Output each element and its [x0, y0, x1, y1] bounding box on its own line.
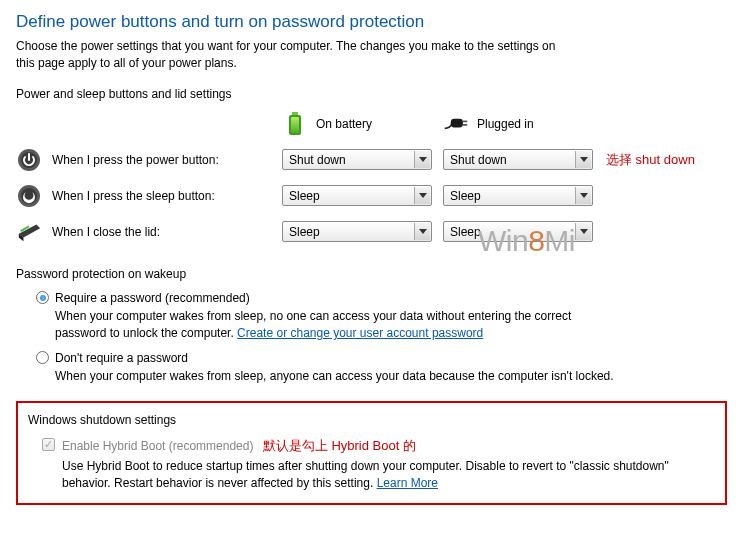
chevron-down-icon — [575, 223, 591, 240]
buttons-section-heading: Power and sleep buttons and lid settings — [16, 87, 727, 101]
sleep-button-icon — [16, 183, 42, 209]
chevron-down-icon — [575, 187, 591, 204]
svg-rect-2 — [291, 117, 299, 133]
svg-rect-5 — [463, 124, 467, 126]
sleep-battery-select[interactable]: Sleep — [282, 185, 432, 206]
require-password-radio[interactable] — [36, 291, 49, 304]
dont-require-password-radio[interactable] — [36, 351, 49, 364]
require-password-label: Require a password (recommended) — [55, 291, 250, 305]
lid-label: When I close the lid: — [52, 225, 160, 239]
svg-rect-3 — [451, 119, 463, 128]
shutdown-section-heading: Windows shutdown settings — [28, 413, 715, 427]
hybrid-boot-checkbox[interactable] — [42, 438, 55, 451]
chevron-down-icon — [414, 151, 430, 168]
password-section-heading: Password protection on wakeup — [16, 267, 727, 281]
dont-require-password-desc: When your computer wakes from sleep, any… — [55, 368, 615, 385]
power-plugged-select[interactable]: Shut down — [443, 149, 593, 170]
chevron-down-icon — [575, 151, 591, 168]
power-button-icon — [16, 147, 42, 173]
dont-require-password-label: Don't require a password — [55, 351, 188, 365]
plug-icon — [443, 111, 469, 137]
shutdown-settings-box: Windows shutdown settings Enable Hybrid … — [16, 401, 727, 505]
page-title: Define power buttons and turn on passwor… — [16, 12, 727, 32]
sleep-button-label: When I press the sleep button: — [52, 189, 215, 203]
power-annotation: 选择 shut down — [604, 151, 734, 169]
lid-plugged-select[interactable]: Sleep — [443, 221, 593, 242]
lid-battery-select[interactable]: Sleep — [282, 221, 432, 242]
battery-icon — [282, 111, 308, 137]
power-button-label: When I press the power button: — [52, 153, 219, 167]
chevron-down-icon — [414, 187, 430, 204]
create-password-link[interactable]: Create or change your user account passw… — [237, 326, 483, 340]
lid-icon — [16, 219, 42, 245]
col-plugged-label: Plugged in — [477, 117, 534, 131]
hybrid-boot-desc: Use Hybrid Boot to reduce startup times … — [62, 458, 682, 493]
learn-more-link[interactable]: Learn More — [377, 476, 438, 490]
col-battery-label: On battery — [316, 117, 372, 131]
sleep-plugged-select[interactable]: Sleep — [443, 185, 593, 206]
power-battery-select[interactable]: Shut down — [282, 149, 432, 170]
svg-rect-0 — [292, 112, 298, 115]
chevron-down-icon — [414, 223, 430, 240]
require-password-desc: When your computer wakes from sleep, no … — [55, 308, 615, 343]
svg-rect-4 — [463, 120, 467, 122]
hybrid-boot-label: Enable Hybrid Boot (recommended) — [62, 439, 253, 453]
hybrid-boot-annotation: 默认是勾上 Hybrid Boot 的 — [263, 438, 416, 453]
page-description: Choose the power settings that you want … — [16, 38, 576, 73]
